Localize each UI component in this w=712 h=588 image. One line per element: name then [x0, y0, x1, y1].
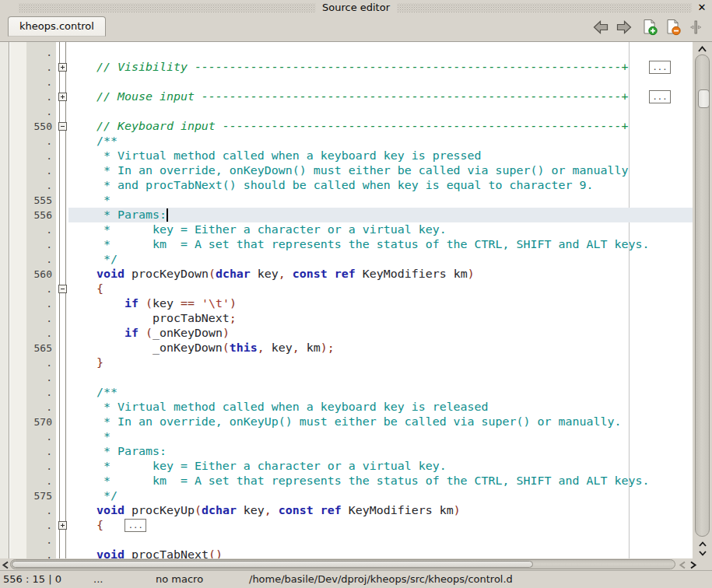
- text-caret: [167, 208, 168, 222]
- fold-collapse-icon[interactable]: [58, 122, 67, 131]
- code-line[interactable]: * Params:: [68, 444, 693, 459]
- close-icon[interactable]: ✕: [696, 0, 708, 16]
- tab-kheops-control[interactable]: kheops.control: [8, 16, 106, 37]
- scroll-up-icon[interactable]: [697, 45, 707, 53]
- code-line[interactable]: _onKeyDown(this, key, km);: [68, 341, 693, 355]
- status-ellipsis: ...: [93, 571, 103, 588]
- code-line[interactable]: // Visibility --------------------------…: [68, 60, 693, 75]
- caret-position: 556 : 15 | 0: [3, 571, 61, 588]
- vscroll-trough[interactable]: [695, 54, 710, 537]
- fold-expand-icon[interactable]: [58, 93, 67, 101]
- code-line[interactable]: * Params:: [68, 208, 693, 222]
- folded-region-ellipsis[interactable]: ...: [649, 90, 671, 103]
- vertical-scrollbar[interactable]: [693, 42, 712, 558]
- tab-bar: kheops.control: [0, 16, 712, 39]
- fold-expand-icon[interactable]: [58, 521, 67, 530]
- code-line[interactable]: *: [68, 429, 693, 444]
- code-line[interactable]: [68, 104, 693, 119]
- code-line[interactable]: [68, 533, 693, 548]
- scroll-right-icon[interactable]: [689, 561, 697, 569]
- code-line[interactable]: void procKeyDown(dchar key, const ref Ke…: [68, 267, 693, 282]
- code-line[interactable]: {: [68, 282, 693, 296]
- code-line[interactable]: [68, 370, 693, 385]
- code-line[interactable]: {: [68, 518, 693, 533]
- gutter-dot: .: [9, 222, 52, 237]
- nav-back-icon[interactable]: [592, 19, 609, 36]
- window-titlebar[interactable]: Source editor ✕: [0, 0, 712, 16]
- gutter-dot: .: [9, 370, 52, 385]
- code-line[interactable]: [68, 45, 693, 60]
- scroll-left-icon[interactable]: [2, 561, 9, 569]
- line-number: 575: [9, 488, 52, 503]
- code-line[interactable]: /**: [68, 385, 693, 400]
- gutter-fold-column: [56, 42, 68, 558]
- code-line[interactable]: * In an override, onKeyUp() must either …: [68, 415, 693, 429]
- code-line[interactable]: */: [68, 488, 693, 503]
- gutter-dot: .: [9, 252, 52, 267]
- code-line[interactable]: // Keyboard input ----------------------…: [68, 119, 693, 134]
- horizontal-scrollbar[interactable]: [0, 558, 712, 570]
- code-line[interactable]: * Virtual method called when a keyboard …: [68, 149, 693, 163]
- new-document-icon[interactable]: [641, 19, 658, 36]
- code-line[interactable]: }: [68, 355, 693, 370]
- line-number: 556: [9, 208, 52, 222]
- gutter-dot: .: [9, 296, 52, 311]
- fold-tree-line-inner: [65, 42, 66, 558]
- code-line[interactable]: if (key == '\t'): [68, 296, 693, 311]
- fold-collapse-icon[interactable]: [58, 285, 67, 293]
- code-line[interactable]: * Virtual method called when a keyboard …: [68, 400, 693, 415]
- fold-expand-icon[interactable]: [58, 63, 67, 72]
- editor-left-margin: [0, 42, 9, 558]
- gutter-dot: .: [9, 149, 52, 163]
- folded-region-ellipsis[interactable]: ...: [649, 61, 671, 74]
- gutter-dot: .: [9, 60, 52, 75]
- gutter-dot: .: [9, 429, 52, 444]
- gutter-dot: .: [9, 503, 52, 518]
- scroll-up2-icon[interactable]: [698, 541, 707, 548]
- gutter-dot: .: [9, 355, 52, 370]
- code-line[interactable]: void procTabNext(): [68, 548, 693, 558]
- hscroll-thumb[interactable]: [12, 561, 533, 568]
- status-bar: 556 : 15 | 0 ... no macro /home/basile/D…: [0, 570, 712, 588]
- code-line[interactable]: void procKeyUp(dchar key, const ref KeyM…: [68, 503, 693, 518]
- remove-document-icon[interactable]: [665, 19, 682, 36]
- scroll-down-icon[interactable]: [698, 550, 707, 557]
- gutter-dot: .: [9, 237, 52, 252]
- code-line[interactable]: * and procTabNext() should be called whe…: [68, 178, 693, 193]
- gutter-dot: .: [9, 459, 52, 474]
- gutter-dot: .: [9, 400, 52, 415]
- hscroll-trough[interactable]: [10, 559, 675, 569]
- folded-region-ellipsis[interactable]: ...: [125, 519, 146, 532]
- code-line[interactable]: * key = Either a character or a virtual …: [68, 222, 693, 237]
- gutter-dot: .: [9, 75, 52, 89]
- code-line[interactable]: * km = A set that represents the status …: [68, 237, 693, 252]
- code-line[interactable]: [68, 75, 693, 89]
- line-number: 555: [9, 193, 52, 208]
- gutter-dot: .: [9, 282, 52, 296]
- file-path: /home/basile/Dev/dproj/kheops/src/kheops…: [249, 571, 513, 588]
- code-line[interactable]: * key = Either a character or a virtual …: [68, 459, 693, 474]
- code-line[interactable]: */: [68, 252, 693, 267]
- code-line[interactable]: *: [68, 193, 693, 208]
- vscroll-thumb[interactable]: [698, 89, 710, 108]
- fold-tree-line: [59, 42, 60, 558]
- detach-splitter-icon[interactable]: [687, 19, 704, 36]
- scroll-left2-icon[interactable]: [679, 561, 686, 569]
- code-line[interactable]: * In an override, onKeyDown() must eithe…: [68, 163, 693, 178]
- gutter-dot: .: [9, 533, 52, 548]
- code-line[interactable]: if (_onKeyDown): [68, 326, 693, 341]
- code-line[interactable]: procTabNext;: [68, 311, 693, 326]
- gutter-dot: .: [9, 326, 52, 341]
- code-line[interactable]: /**: [68, 134, 693, 149]
- gutter-dot: .: [9, 178, 52, 193]
- gutter-dot: .: [9, 474, 52, 488]
- nav-forward-icon[interactable]: [616, 19, 633, 36]
- code-line[interactable]: * km = A set that represents the status …: [68, 474, 693, 488]
- gutter-dot: .: [9, 134, 52, 149]
- gutter-dot: .: [9, 163, 52, 178]
- gutter-dot: .: [9, 548, 52, 558]
- macro-status: no macro: [156, 571, 203, 588]
- gutter-dot: .: [9, 518, 52, 533]
- code-line[interactable]: // Mouse input -------------------------…: [68, 89, 693, 104]
- source-editor[interactable]: .. // Visibility -----------------------…: [0, 41, 712, 558]
